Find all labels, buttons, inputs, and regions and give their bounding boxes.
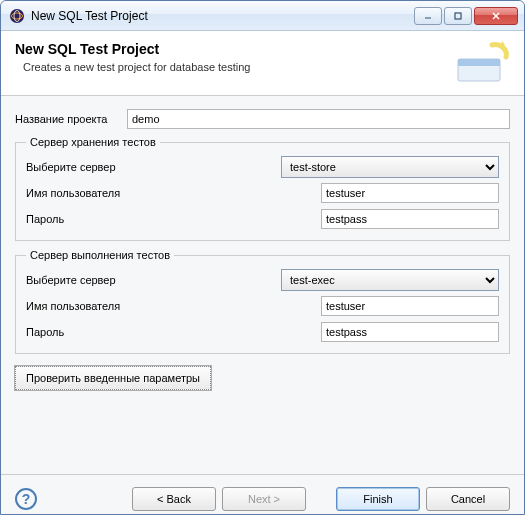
- finish-button[interactable]: Finish: [336, 487, 420, 511]
- svg-rect-8: [458, 59, 500, 66]
- wizard-banner-icon: [452, 41, 510, 83]
- storage-server-group: Сервер хранения тестов Выберите сервер t…: [15, 136, 510, 241]
- exec-user-label: Имя пользователя: [26, 300, 281, 312]
- banner-subtitle: Creates a new test project for database …: [23, 61, 452, 73]
- minimize-button[interactable]: [414, 7, 442, 25]
- cancel-button[interactable]: Cancel: [426, 487, 510, 511]
- next-button: Next >: [222, 487, 306, 511]
- window-title: New SQL Test Project: [31, 9, 414, 23]
- titlebar: New SQL Test Project: [1, 1, 524, 31]
- maximize-button[interactable]: [444, 7, 472, 25]
- svg-rect-4: [455, 13, 461, 19]
- eclipse-icon: [9, 8, 25, 24]
- exec-server-select[interactable]: test-exec: [281, 269, 499, 291]
- help-icon[interactable]: ?: [15, 488, 37, 510]
- storage-legend: Сервер хранения тестов: [26, 136, 160, 148]
- exec-pass-input[interactable]: [321, 322, 499, 342]
- storage-user-input[interactable]: [321, 183, 499, 203]
- exec-server-group: Сервер выполнения тестов Выберите сервер…: [15, 249, 510, 354]
- wizard-content: Название проекта Сервер хранения тестов …: [1, 96, 524, 474]
- storage-pass-input[interactable]: [321, 209, 499, 229]
- svg-marker-9: [501, 41, 505, 45]
- exec-legend: Сервер выполнения тестов: [26, 249, 174, 261]
- svg-point-0: [10, 9, 24, 23]
- project-name-input[interactable]: [127, 109, 510, 129]
- exec-pass-label: Пароль: [26, 326, 281, 338]
- exec-server-label: Выберите сервер: [26, 274, 281, 286]
- exec-user-input[interactable]: [321, 296, 499, 316]
- close-button[interactable]: [474, 7, 518, 25]
- back-button[interactable]: < Back: [132, 487, 216, 511]
- storage-user-label: Имя пользователя: [26, 187, 281, 199]
- storage-pass-label: Пароль: [26, 213, 281, 225]
- storage-server-label: Выберите сервер: [26, 161, 281, 173]
- wizard-banner: New SQL Test Project Creates a new test …: [1, 31, 524, 96]
- project-name-label: Название проекта: [15, 113, 127, 125]
- wizard-footer: ? < Back Next > Finish Cancel: [1, 474, 524, 515]
- banner-title: New SQL Test Project: [15, 41, 452, 57]
- verify-button[interactable]: Проверить введенные параметры: [15, 366, 211, 390]
- storage-server-select[interactable]: test-store: [281, 156, 499, 178]
